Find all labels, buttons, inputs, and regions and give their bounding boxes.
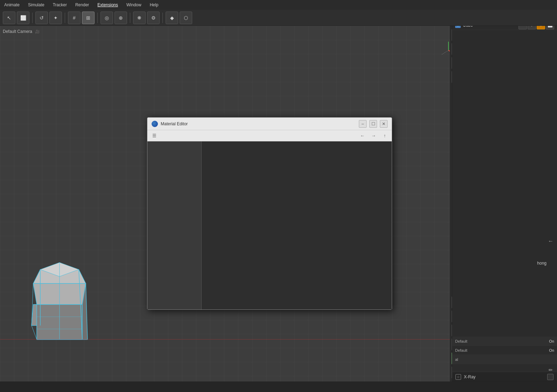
box-tool-btn[interactable]: ⬜ [17,12,29,24]
me-back-btn[interactable]: ← [358,132,367,140]
xray-checkbox[interactable] [547,374,553,380]
props-table: Default On Default On al [452,337,557,364]
ground-line [0,339,466,340]
prop-row-2: Default On [452,346,557,355]
menu-render[interactable]: Render [74,2,90,8]
toolbar-sep-1 [32,13,33,23]
svg-line-4 [441,50,448,55]
material-editor-logo [152,121,158,127]
prop-value-2: On [537,348,554,352]
menu-simulate[interactable]: Simulate [27,2,46,8]
menu-animate[interactable]: Animate [3,2,21,8]
viewport-top-bar: Default Camera 🎥 [0,26,466,37]
material-editor-titlebar: Material Editor – ☐ ✕ [147,118,392,130]
transform-tool-btn[interactable]: ⊞ [82,12,95,24]
settings-tool-btn[interactable]: ⚙ [147,12,160,24]
bottom-bar [0,382,557,392]
material-editor-title: Material Editor [161,121,356,126]
material-editor-toolbar: ☰ ← → ↑ [147,130,392,141]
right-panel: Objects Takes ☰ File Edit View Object Ta… [452,0,557,392]
brush-tool-btn[interactable]: ❋ [133,12,146,24]
camera-icon: 🎥 [35,29,40,34]
rotate-tool-btn[interactable]: ↺ [35,12,48,24]
menu-extensions[interactable]: Extensions [96,2,119,8]
hex-tool-btn[interactable]: ⬡ [180,12,192,24]
cross-tool-btn[interactable]: ⊕ [114,12,127,24]
me-close-btn[interactable]: ✕ [380,120,388,128]
material-editor-main [202,141,392,309]
scale-tool-btn[interactable]: ✦ [49,12,62,24]
circle-tool-btn[interactable]: ◎ [100,12,113,24]
right-panel-properties: ← hong Default On Default On al ✏ [452,42,557,392]
top-menubar: Animate Simulate Tracker Render Extensio… [0,0,557,10]
toolbar: ↖ ⬜ ↺ ✦ # ⊞ ◎ ⊕ ❋ ⚙ ◆ ⬡ [0,10,557,26]
prop-row-3: al [452,355,557,364]
toolbar-sep-5 [162,13,163,23]
menu-tracker[interactable]: Tracker [51,2,68,8]
3d-cube [21,255,98,354]
me-minimize-btn[interactable]: – [359,120,367,128]
toolbar-sep-2 [65,13,65,23]
back-arrow-btn[interactable]: ← [548,238,553,244]
prop-value-1: On [537,339,554,343]
prop-name-3: al [455,357,534,362]
xray-label: X-Ray [464,374,475,379]
toolbar-sep-4 [130,13,130,23]
me-menu-btn[interactable]: ☰ [150,132,159,140]
material-editor-window: Material Editor – ☐ ✕ ☰ ← → ↑ [147,117,392,310]
xray-row: ☆ X-Ray [452,372,557,382]
xray-icon: ☆ [455,374,461,380]
me-maximize-btn[interactable]: ☐ [369,120,377,128]
toolbar-sep-3 [97,13,98,23]
svg-line-17 [32,326,37,340]
menu-window[interactable]: Window [125,2,143,8]
me-up-btn[interactable]: ↑ [381,132,389,140]
camera-label: Default Camera [3,29,32,34]
grid-tool-btn[interactable]: # [68,12,81,24]
me-forward-btn[interactable]: → [369,132,378,140]
select-tool-btn[interactable]: ↖ [3,12,15,24]
prop-name-1: Default [455,339,534,343]
material-editor-left-panel [147,141,202,309]
menu-help[interactable]: Help [148,2,160,8]
prop-row-1: Default On [452,337,557,346]
diamond-tool-btn[interactable]: ◆ [166,12,178,24]
phong-label: hong [537,261,546,266]
prop-name-2: Default [455,348,534,352]
material-editor-content [147,141,392,309]
